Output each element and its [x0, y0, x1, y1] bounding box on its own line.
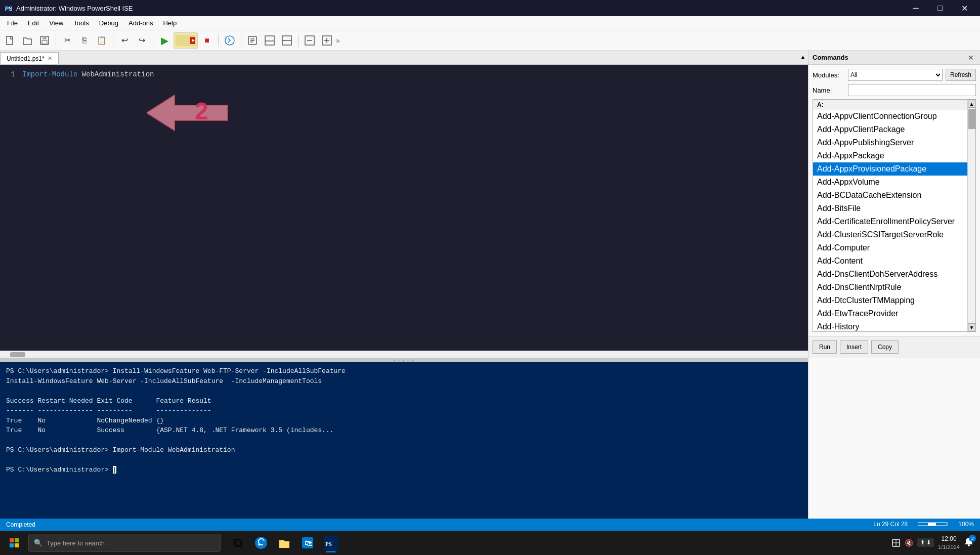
cmd-add-certificateenrollmentpolicyserver[interactable]: Add-CertificateEnrollmentPolicyServer: [813, 215, 967, 228]
scroll-down[interactable]: ▼: [968, 323, 976, 331]
scroll-thumb[interactable]: [968, 109, 975, 129]
cmd-add-clusteriscsitargetserverrole[interactable]: Add-ClusteriSCSITargetServerRole: [813, 228, 967, 241]
commands-list-container: A: Add-AppvClientConnectionGroup Add-App…: [813, 99, 976, 332]
taskbar-task-view[interactable]: ⧉: [227, 532, 249, 554]
undo-button[interactable]: ↩: [116, 32, 133, 49]
stop-button[interactable]: ■: [199, 32, 215, 49]
save-button[interactable]: [36, 32, 53, 49]
clear-console-button[interactable]: [244, 32, 261, 49]
run-command-button[interactable]: Run: [813, 340, 837, 354]
cmd-add-dtcclusterTmmapping[interactable]: Add-DtcClusterTMMapping: [813, 294, 967, 307]
tab-bar: Untitled1.ps1* ✕ ▲: [0, 51, 808, 65]
menu-bar: File Edit View Tools Debug Add-ons Help: [0, 16, 980, 30]
cmd-add-bitsfile[interactable]: Add-BitsFile: [813, 202, 967, 215]
cmd-add-etwtraceprovider[interactable]: Add-EtwTraceProvider: [813, 307, 967, 320]
title-bar: PS Administrator: Windows PowerShell ISE…: [0, 0, 980, 16]
commands-title: Commands: [813, 54, 848, 61]
commands-section-a: A:: [813, 100, 967, 110]
cmd-add-history[interactable]: Add-History: [813, 320, 967, 331]
svg-text:PS: PS: [5, 6, 12, 12]
tab-scroll-button[interactable]: ▲: [798, 51, 808, 64]
paste-button[interactable]: 📋: [94, 32, 110, 49]
copy-button[interactable]: ⎘: [76, 32, 93, 49]
taskbar-store[interactable]: 🛍: [296, 532, 319, 554]
menu-tools[interactable]: Tools: [68, 17, 94, 29]
cmd-add-bcdatacacheextension[interactable]: Add-BCDataCacheExtension: [813, 189, 967, 202]
menu-file[interactable]: File: [2, 17, 23, 29]
resize-handle[interactable]: • • • • •: [0, 358, 808, 362]
cmd-add-content[interactable]: Add-Content: [813, 254, 967, 268]
redo-button[interactable]: ↪: [134, 32, 150, 49]
toggle-console-button[interactable]: [262, 32, 278, 49]
name-input[interactable]: [848, 84, 976, 96]
svg-point-39: [968, 544, 970, 546]
copy-command-button[interactable]: Copy: [871, 340, 899, 354]
close-button[interactable]: ✕: [953, 0, 976, 16]
open-button[interactable]: [19, 32, 35, 49]
notification-count: 3: [969, 535, 976, 542]
menu-help[interactable]: Help: [158, 17, 182, 29]
taskbar-edge[interactable]: [250, 532, 272, 554]
commands-footer: Run Insert Copy: [808, 336, 980, 358]
svg-rect-14: [265, 36, 274, 45]
scroll-up[interactable]: ▲: [968, 100, 976, 108]
menu-edit[interactable]: Edit: [23, 17, 44, 29]
network-icon: [891, 538, 901, 547]
sep5: [241, 34, 241, 47]
cmd-add-appxvolume[interactable]: Add-AppxVolume: [813, 176, 967, 189]
sep2: [113, 34, 113, 47]
menu-debug[interactable]: Debug: [94, 17, 123, 29]
sep4: [218, 34, 219, 47]
toolbar-overflow[interactable]: »: [336, 36, 340, 45]
script-editor[interactable]: 1 Import-Module WebAdministration: [0, 65, 808, 351]
cmd-add-computer[interactable]: Add-Computer: [813, 241, 967, 254]
cmd-add-dnsclientdohserveraddress[interactable]: Add-DnsClientDohServerAddress: [813, 268, 967, 281]
line-col: Ln 29 Col 28: [873, 521, 908, 529]
script-horiz-scroll[interactable]: [0, 351, 808, 358]
sep3: [153, 34, 153, 47]
status-right: Ln 29 Col 28 100%: [873, 521, 974, 529]
commands-close-button[interactable]: ✕: [966, 53, 976, 63]
cmd-add-appxprovisionedpackage[interactable]: Add-AppxProvisionedPackage: [813, 162, 967, 176]
menu-addons[interactable]: Add-ons: [123, 17, 158, 29]
taskbar-search-bar[interactable]: 🔍 Type here to search: [28, 534, 221, 552]
taskbar-time: 12:00 1/1/2024: [938, 535, 960, 550]
scroll-indicator: [918, 521, 948, 529]
menu-view[interactable]: View: [44, 17, 68, 29]
start-button[interactable]: [2, 531, 26, 555]
taskbar-right: 🔇 ⬆ ⬇ 12:00 1/1/2024 3: [891, 535, 978, 550]
snippet-button[interactable]: [222, 32, 238, 49]
toggle-script-button[interactable]: [279, 32, 295, 49]
commands-scrollbar[interactable]: ▲ ▼: [967, 100, 975, 331]
speaker-icon: 🔇: [905, 539, 913, 547]
cmd-add-appvclientpackage[interactable]: Add-AppvClientPackage: [813, 123, 967, 136]
refresh-button[interactable]: Refresh: [946, 69, 976, 81]
taskbar-powershell[interactable]: PS: [320, 532, 342, 554]
cmd-add-appvpublishingserver[interactable]: Add-AppvPublishingServer: [813, 136, 967, 149]
cmd-add-appvclientconnectiongroup[interactable]: Add-AppvClientConnectionGroup: [813, 110, 967, 123]
zoom-out-button[interactable]: [302, 32, 318, 49]
taskbar: 🔍 Type here to search ⧉ 🛍: [0, 531, 980, 555]
run-selection-button[interactable]: [174, 32, 198, 49]
tab-untitled1[interactable]: Untitled1.ps1* ✕: [0, 52, 59, 64]
modules-select[interactable]: All: [848, 69, 943, 81]
status-bar: Completed Ln 29 Col 28 100%: [0, 519, 980, 531]
maximize-button[interactable]: □: [928, 0, 952, 16]
minimize-button[interactable]: ─: [904, 0, 927, 16]
zoom-in-button[interactable]: [319, 32, 335, 49]
cut-button[interactable]: ✂: [59, 32, 75, 49]
run-button[interactable]: ▶: [156, 32, 173, 49]
notification-badge[interactable]: 3: [964, 537, 974, 548]
new-button[interactable]: [2, 32, 18, 49]
sep1: [56, 34, 56, 47]
taskbar-explorer[interactable]: [273, 532, 295, 554]
modules-row: Modules: All Refresh: [813, 69, 976, 81]
name-label: Name:: [813, 87, 848, 94]
console-output[interactable]: PS C:\Users\administrador> Install-Windo…: [0, 362, 808, 519]
insert-command-button[interactable]: Insert: [840, 340, 868, 354]
cmd-add-dnsclientnrptrule[interactable]: Add-DnsClientNrptRule: [813, 281, 967, 294]
cmd-add-appxpackage[interactable]: Add-AppxPackage: [813, 149, 967, 162]
toolbar: ✂ ⎘ 📋 ↩ ↪ ▶ ■ »: [0, 30, 980, 51]
tab-close-button[interactable]: ✕: [48, 55, 52, 62]
editor-split: Untitled1.ps1* ✕ ▲ 1 Import-Module WebAd…: [0, 51, 808, 519]
